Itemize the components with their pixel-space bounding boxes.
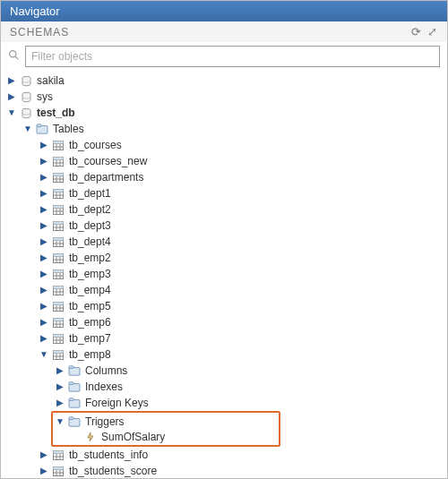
table-icon bbox=[51, 284, 65, 296]
table-icon bbox=[51, 465, 65, 477]
table-node[interactable]: tb_emp5 bbox=[6, 298, 442, 314]
table-node[interactable]: tb_courses bbox=[6, 137, 442, 153]
indexes-folder[interactable]: Indexes bbox=[6, 379, 442, 395]
table-node[interactable]: tb_dept2 bbox=[6, 201, 442, 218]
chevron-right-icon[interactable] bbox=[39, 157, 49, 166]
tables-folder[interactable]: Tables bbox=[6, 121, 442, 137]
tree-label: tb_emp3 bbox=[67, 268, 111, 280]
chevron-right-icon[interactable] bbox=[39, 205, 49, 214]
trigger-node[interactable]: SumOfSalary bbox=[55, 429, 277, 444]
svg-rect-72 bbox=[54, 302, 64, 304]
table-node-expanded[interactable]: tb_emp8 bbox=[6, 346, 442, 363]
chevron-down-icon[interactable] bbox=[39, 350, 49, 359]
chevron-right-icon[interactable] bbox=[39, 450, 49, 459]
table-node[interactable]: tb_emp3 bbox=[6, 266, 442, 282]
triggers-folder[interactable]: Triggers bbox=[55, 414, 277, 429]
search-icon bbox=[8, 49, 20, 64]
chevron-right-icon[interactable] bbox=[39, 189, 49, 198]
tree-label: tb_dept2 bbox=[67, 203, 111, 216]
table-node[interactable]: tb_emp7 bbox=[6, 330, 442, 346]
foreign-keys-folder[interactable]: Foreign Keys bbox=[6, 395, 442, 411]
chevron-right-icon[interactable] bbox=[39, 141, 49, 150]
schema-node-sakila[interactable]: sakila bbox=[6, 73, 442, 89]
expand-icon[interactable]: ⤢ bbox=[427, 25, 438, 38]
table-icon bbox=[51, 332, 65, 345]
svg-rect-30 bbox=[54, 189, 64, 192]
svg-rect-36 bbox=[54, 205, 64, 208]
svg-rect-18 bbox=[54, 157, 64, 159]
tree-label: tb_emp6 bbox=[67, 316, 111, 329]
svg-rect-91 bbox=[69, 368, 80, 376]
svg-rect-96 bbox=[69, 398, 73, 401]
svg-rect-6 bbox=[37, 124, 41, 127]
table-node[interactable]: tb_dept4 bbox=[6, 234, 442, 250]
search-row bbox=[1, 42, 447, 71]
table-icon bbox=[51, 171, 65, 184]
folder-icon bbox=[67, 397, 82, 409]
folder-icon bbox=[67, 415, 82, 428]
tree-label: tb_students_score bbox=[67, 465, 157, 477]
chevron-down-icon[interactable] bbox=[22, 124, 33, 133]
table-node[interactable]: tb_emp2 bbox=[6, 250, 442, 266]
trigger-icon bbox=[83, 431, 98, 443]
chevron-right-icon[interactable] bbox=[39, 237, 49, 246]
table-node[interactable]: tb_emp6 bbox=[6, 314, 442, 330]
svg-rect-78 bbox=[54, 318, 64, 321]
tree-label: tb_students_info bbox=[67, 449, 148, 461]
table-icon bbox=[51, 203, 65, 216]
chevron-right-icon[interactable] bbox=[55, 382, 65, 391]
svg-rect-24 bbox=[54, 173, 64, 175]
svg-line-1 bbox=[15, 56, 18, 59]
chevron-right-icon[interactable] bbox=[39, 286, 49, 295]
tree-label: tb_emp8 bbox=[67, 348, 111, 361]
chevron-right-icon[interactable] bbox=[39, 173, 49, 182]
table-icon bbox=[51, 252, 65, 264]
chevron-right-icon[interactable] bbox=[39, 334, 49, 343]
chevron-right-icon[interactable] bbox=[39, 269, 49, 278]
chevron-down-icon[interactable] bbox=[6, 108, 17, 117]
tree-label: tb_departments bbox=[67, 171, 143, 184]
table-node[interactable]: tb_emp4 bbox=[6, 282, 442, 298]
table-node[interactable]: tb_students_score bbox=[6, 463, 442, 479]
tree-label: tb_courses_new bbox=[67, 155, 147, 167]
schema-node-testdb[interactable]: test_db bbox=[6, 105, 442, 121]
chevron-right-icon[interactable] bbox=[39, 221, 49, 230]
chevron-down-icon[interactable] bbox=[55, 417, 65, 426]
chevron-right-icon[interactable] bbox=[39, 318, 49, 327]
table-node[interactable]: tb_dept3 bbox=[6, 218, 442, 234]
chevron-right-icon[interactable] bbox=[6, 92, 17, 101]
database-icon bbox=[19, 90, 33, 103]
chevron-right-icon[interactable] bbox=[6, 76, 17, 85]
table-node[interactable]: tb_departments bbox=[6, 169, 442, 185]
table-node[interactable]: tb_dept1 bbox=[6, 185, 442, 201]
table-icon bbox=[51, 235, 65, 248]
chevron-right-icon[interactable] bbox=[55, 366, 65, 375]
svg-rect-84 bbox=[54, 334, 64, 337]
columns-folder[interactable]: Columns bbox=[6, 363, 442, 379]
tree-label: tb_dept1 bbox=[67, 187, 111, 200]
svg-rect-12 bbox=[54, 141, 64, 143]
search-input[interactable] bbox=[25, 46, 440, 67]
tree-label: tb_emp5 bbox=[67, 300, 111, 312]
table-node[interactable]: tb_courses_new bbox=[6, 153, 442, 169]
tree-label: tb_dept3 bbox=[67, 219, 111, 232]
chevron-right-icon[interactable] bbox=[39, 253, 49, 262]
tree-label: tb_courses bbox=[67, 139, 122, 151]
chevron-right-icon[interactable] bbox=[55, 398, 65, 407]
folder-tables-icon bbox=[35, 123, 49, 135]
refresh-icon[interactable]: ⟳ bbox=[411, 25, 422, 38]
svg-rect-48 bbox=[54, 237, 64, 240]
table-icon bbox=[51, 300, 65, 312]
table-icon bbox=[51, 187, 65, 200]
table-node[interactable]: tb_students_info bbox=[6, 447, 442, 463]
svg-rect-60 bbox=[54, 269, 64, 272]
table-icon bbox=[51, 155, 65, 167]
chevron-right-icon[interactable] bbox=[39, 466, 49, 475]
schemas-label: SCHEMAS bbox=[10, 26, 69, 38]
svg-rect-98 bbox=[69, 416, 73, 419]
schema-node-sys[interactable]: sys bbox=[6, 89, 442, 105]
tree-label: tb_emp7 bbox=[67, 332, 111, 345]
database-icon bbox=[19, 74, 33, 87]
chevron-right-icon[interactable] bbox=[39, 302, 49, 311]
svg-rect-66 bbox=[54, 286, 64, 288]
